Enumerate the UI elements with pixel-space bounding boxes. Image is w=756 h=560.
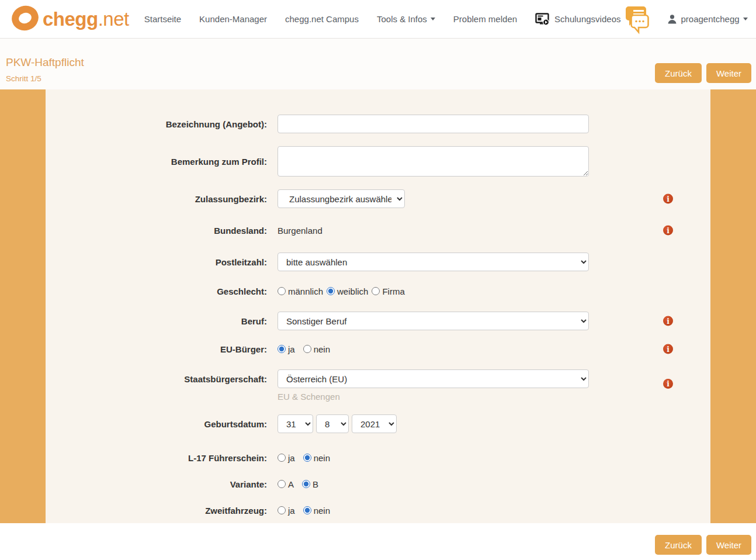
brand-logo-icon	[12, 5, 39, 33]
staatsbuergerschaft-label: Staatsbürgerschaft:	[46, 374, 267, 384]
geburtsdatum-label: Geburtsdatum:	[46, 419, 267, 429]
zweitfahrzeug-option-ja[interactable]: ja	[278, 506, 295, 516]
content-band: Bezeichnung (Angebot): Bemerkung zum Pro…	[0, 89, 756, 523]
nav-item-kunden-manager[interactable]: Kunden-Manager	[199, 14, 267, 24]
form-row-postleitzahl: Postleitzahl: bitte auswählen	[46, 253, 710, 271]
step-indicator: Schritt 1/5	[6, 74, 750, 83]
form-row-bemerkung: Bemerkung zum Profil:	[46, 146, 710, 177]
bemerkung-textarea[interactable]	[278, 146, 589, 177]
back-button-bottom[interactable]: Zurück	[655, 535, 702, 555]
nav-item-tools-infos[interactable]: Tools & Infos	[377, 14, 435, 24]
bemerkung-label: Bemerkung zum Profil:	[46, 157, 267, 167]
geschlecht-label: Geschlecht:	[46, 286, 267, 296]
form-row-l17: L-17 Führerschein: ja nein	[46, 452, 710, 464]
geburtsdatum-year-select[interactable]: 2021	[352, 414, 397, 433]
nav-item-schulungsvideos[interactable]: Schulungsvideos	[535, 13, 620, 26]
radio-label: nein	[314, 453, 330, 463]
variante-radio-group: A B	[278, 479, 589, 489]
next-button-bottom[interactable]: Weiter	[706, 535, 751, 555]
nav-item-campus[interactable]: chegg.net Campus	[285, 14, 359, 24]
geschlecht-option-maennlich[interactable]: männlich	[278, 286, 323, 296]
nav-item-problem-melden[interactable]: Problem melden	[453, 14, 517, 24]
chevron-down-icon	[431, 18, 435, 20]
brand-logo[interactable]: chegg.net	[12, 5, 129, 33]
radio-label: A	[288, 479, 294, 489]
staatsbuergerschaft-select[interactable]: Österreich (EU)	[278, 369, 589, 388]
form-row-geschlecht: Geschlecht: männlich weiblich Firma	[46, 285, 710, 297]
radio-label: ja	[288, 506, 295, 516]
footer-buttons: Zurück Weiter	[655, 535, 751, 555]
nav-links: Startseite Kunden-Manager chegg.net Camp…	[144, 13, 621, 26]
variante-option-b[interactable]: B	[302, 479, 318, 489]
beruf-select[interactable]: Sonstiger Beruf	[278, 312, 589, 330]
header-buttons: Zurück Weiter	[655, 63, 751, 83]
eu-buerger-option-ja[interactable]: ja	[278, 344, 295, 354]
info-icon[interactable]: i	[663, 194, 673, 204]
zulassungsbezirk-select[interactable]: Zulassungbezirk auswählen	[278, 189, 405, 208]
l17-option-nein[interactable]: nein	[303, 453, 330, 463]
form-row-bundesland: Bundesland: Burgenland i	[46, 221, 710, 240]
eu-buerger-option-nein[interactable]: nein	[303, 344, 330, 354]
nav-right: proagentchegg	[620, 3, 750, 36]
zweitfahrzeug-option-nein[interactable]: nein	[303, 506, 330, 516]
nav-item-tools-infos-label: Tools & Infos	[377, 14, 427, 24]
variante-option-a[interactable]: A	[278, 479, 294, 489]
variante-label: Variante:	[46, 479, 267, 489]
form-row-staatsbuergerschaft: Staatsbürgerschaft: Österreich (EU) EU &…	[46, 369, 710, 402]
postleitzahl-select[interactable]: bitte auswählen	[278, 253, 589, 271]
eu-buerger-radio-group: ja nein	[278, 344, 589, 354]
bundesland-value: Burgenland	[278, 226, 589, 236]
l17-label: L-17 Führerschein:	[46, 453, 267, 463]
next-button-top[interactable]: Weiter	[706, 63, 751, 83]
info-icon[interactable]: i	[663, 379, 673, 389]
form-panel: Bezeichnung (Angebot): Bemerkung zum Pro…	[46, 89, 710, 523]
zulassungsbezirk-label: Zulassungbezirk:	[46, 194, 267, 204]
user-menu[interactable]: proagentchegg	[667, 14, 747, 24]
back-button-top[interactable]: Zurück	[655, 63, 702, 83]
form-row-bezeichnung: Bezeichnung (Angebot):	[46, 115, 710, 133]
video-monitor-icon	[535, 13, 550, 26]
page-footer: Zurück Weiter	[0, 523, 756, 560]
staatsbuergerschaft-control: Österreich (EU) EU & Schengen	[278, 369, 589, 402]
form-row-variante: Variante: A B	[46, 478, 710, 490]
geschlecht-radio-group: männlich weiblich Firma	[278, 286, 589, 296]
geschlecht-option-firma[interactable]: Firma	[372, 286, 404, 296]
page-title: PKW-Haftpflicht	[6, 56, 750, 69]
bezeichnung-input[interactable]	[278, 115, 589, 133]
radio-label: nein	[314, 344, 330, 354]
form-row-eu-buerger: EU-Bürger: ja nein i	[46, 343, 710, 355]
user-icon	[667, 14, 677, 24]
zweitfahrzeug-label: Zweitfahrzeug:	[46, 506, 267, 516]
nav-item-startseite[interactable]: Startseite	[144, 14, 181, 24]
form-row-zweitfahrzeug: Zweitfahrzeug: ja nein	[46, 504, 710, 516]
radio-label: ja	[288, 453, 295, 463]
user-name: proagentchegg	[681, 14, 739, 24]
beruf-label: Beruf:	[46, 316, 267, 326]
nav-item-schulungsvideos-label: Schulungsvideos	[554, 14, 620, 24]
postleitzahl-label: Postleitzahl:	[46, 257, 267, 267]
chat-bubbles-icon[interactable]	[620, 5, 652, 36]
info-icon[interactable]: i	[663, 344, 673, 354]
brand-logo-text: chegg.net	[43, 8, 129, 30]
geburtsdatum-day-select[interactable]: 31	[278, 414, 313, 433]
radio-label: Firma	[382, 286, 404, 296]
radio-label: nein	[314, 506, 330, 516]
top-navbar: chegg.net Startseite Kunden-Manager cheg…	[0, 0, 756, 39]
staatsbuergerschaft-help: EU & Schengen	[278, 392, 589, 402]
zweitfahrzeug-radio-group: ja nein	[278, 506, 589, 516]
geburtsdatum-group: 31 8 2021	[278, 414, 589, 433]
bezeichnung-label: Bezeichnung (Angebot):	[46, 119, 267, 129]
radio-label: ja	[288, 344, 295, 354]
geschlecht-option-weiblich[interactable]: weiblich	[327, 286, 368, 296]
eu-buerger-label: EU-Bürger:	[46, 344, 267, 354]
bundesland-label: Bundesland:	[46, 226, 267, 236]
radio-label: weiblich	[337, 286, 368, 296]
info-icon[interactable]: i	[663, 316, 673, 326]
l17-option-ja[interactable]: ja	[278, 453, 295, 463]
form-row-zulassungsbezirk: Zulassungbezirk: Zulassungbezirk auswähl…	[46, 189, 710, 208]
info-icon[interactable]: i	[663, 226, 673, 236]
radio-label: B	[313, 479, 318, 489]
geburtsdatum-month-select[interactable]: 8	[316, 414, 349, 433]
l17-radio-group: ja nein	[278, 453, 589, 463]
form-row-geburtsdatum: Geburtsdatum: 31 8 2021	[46, 414, 710, 433]
